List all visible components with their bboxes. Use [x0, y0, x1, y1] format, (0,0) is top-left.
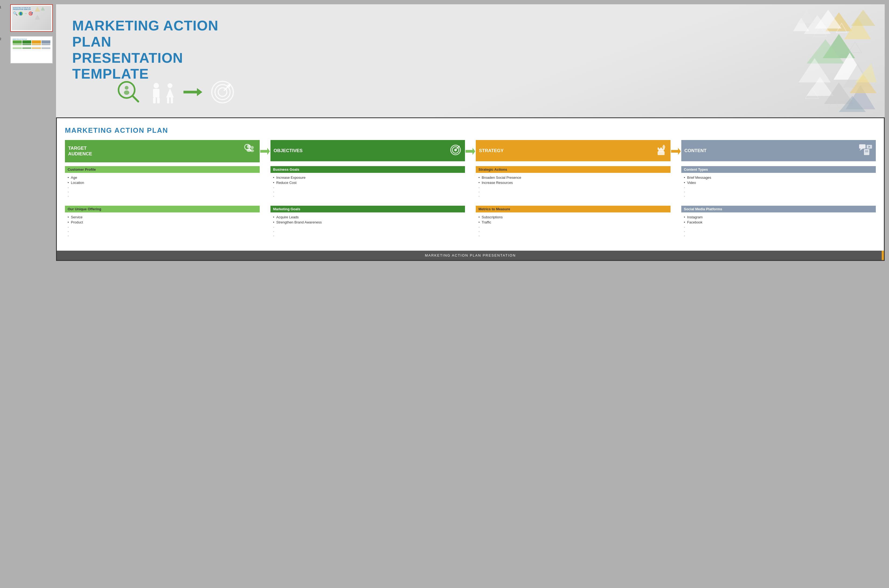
business-goals-content: Increase Exposure Reduce Cost . . . [271, 174, 465, 201]
slide-number-2: 2 [0, 37, 2, 41]
slide-2-map: MARKETING ACTION PLAN TARGETAUDIENCE [56, 117, 885, 261]
svg-marker-22 [828, 99, 839, 108]
svg-point-43 [251, 146, 254, 149]
item-location: Location [68, 180, 257, 185]
content-label: CONTENT [684, 148, 707, 153]
item-empty-17: . [478, 229, 668, 233]
item-empty-6: . [68, 233, 257, 238]
item-instagram: Instagram [684, 214, 873, 220]
objectives-icon [449, 144, 462, 158]
svg-marker-14 [850, 74, 877, 93]
item-empty-4: . [68, 225, 257, 229]
slide-thumbnail-panel: 1 MARKETING ACTION PLANPRESENTATION TEMP… [4, 4, 53, 584]
unique-offering-header: Our Unique Offering [65, 206, 260, 212]
item-empty-8: . [273, 189, 463, 194]
item-service: Service [68, 214, 257, 220]
metrics-header: Metrics to Measure [476, 206, 671, 212]
flow-arrow-illustration [184, 87, 202, 99]
item-empty-3: . [68, 194, 257, 198]
svg-marker-3 [815, 10, 842, 28]
item-empty-14: . [478, 189, 668, 194]
social-media-section: Social Media Platforms Instagram Faceboo… [681, 206, 876, 240]
unique-offering-content: Service Product . . . [65, 213, 260, 240]
footer-accent [882, 250, 884, 260]
svg-rect-34 [171, 98, 173, 104]
marketing-goals-content: Acquire Leads Strengthen Brand Awareness… [271, 213, 465, 240]
svg-point-25 [124, 90, 129, 95]
svg-point-31 [168, 83, 172, 88]
svg-marker-20 [848, 42, 862, 53]
svg-marker-12 [845, 85, 875, 109]
item-acquire-leads: Acquire Leads [273, 214, 463, 220]
strategy-header: STRATEGY [476, 140, 671, 161]
svg-marker-7 [833, 53, 866, 80]
slide-number-1: 1 [0, 5, 2, 9]
svg-marker-21 [805, 88, 819, 99]
item-reduce-cost: Reduce Cost [273, 180, 463, 185]
target-audience-sections: Customer Profile Age Location . . . Our … [65, 166, 260, 245]
item-empty-1: . [68, 185, 257, 189]
item-brief-messages: Brief Messages [684, 175, 873, 180]
svg-marker-17 [799, 10, 815, 23]
target-audience-label: TARGETAUDIENCE [68, 146, 92, 157]
strategy-sections: Strategic Actions Broaden Social Presenc… [476, 166, 671, 245]
slide-1-title: MARKETING ACTION PLAN PRESENTATION TEMPL… [56, 4, 885, 117]
business-goals-section: Business Goals Increase Exposure Reduce … [271, 166, 465, 201]
marketing-goals-header: Marketing Goals [271, 206, 465, 212]
svg-marker-11 [824, 82, 854, 104]
svg-marker-32 [166, 88, 174, 98]
item-strengthen-brand: Strengthen Brand Awareness [273, 220, 463, 225]
target-audience-icon [243, 144, 256, 159]
strategy-label: STRATEGY [479, 148, 504, 153]
thumb2-title: MARKETING ACTION PLAN [13, 39, 50, 40]
svg-marker-4 [804, 15, 831, 34]
svg-rect-28 [153, 89, 159, 98]
arrow-3 [671, 140, 681, 162]
decoration-triangles [726, 10, 877, 112]
svg-point-27 [153, 83, 159, 88]
svg-marker-15 [855, 63, 877, 82]
content-types-content: Brief Messages Video . . . [681, 174, 876, 201]
item-product: Product [68, 220, 257, 225]
item-empty-24: . [684, 233, 873, 238]
item-empty-13: . [478, 185, 668, 189]
item-empty-10: . [273, 225, 463, 229]
magnify-person-icon [115, 79, 142, 106]
item-facebook: Facebook [684, 220, 873, 225]
strategy-icon [655, 144, 667, 158]
item-empty-15: . [478, 194, 668, 198]
slide2-main-title: MARKETING ACTION PLAN [65, 126, 876, 135]
item-empty-19: . [684, 185, 873, 189]
svg-marker-6 [806, 39, 844, 63]
unique-offering-section: Our Unique Offering Service Product . . … [65, 206, 260, 240]
marketing-goals-section: Marketing Goals Acquire Leads Strengthen… [271, 206, 465, 240]
business-goals-header: Business Goals [271, 166, 465, 173]
item-empty-11: . [273, 229, 463, 233]
slide-thumbnail-1[interactable]: MARKETING ACTION PLANPRESENTATION TEMPLA… [10, 4, 53, 32]
item-age: Age [68, 175, 257, 180]
slide-title: MARKETING ACTION PLAN PRESENTATION TEMPL… [72, 18, 261, 82]
svg-rect-56 [657, 147, 659, 150]
svg-marker-5 [823, 34, 855, 58]
strategic-actions-content: Broaden Social Presence Increase Resourc… [476, 174, 671, 201]
header-target-audience: TARGETAUDIENCE [65, 140, 260, 162]
objectives-sections: Business Goals Increase Exposure Reduce … [271, 166, 465, 245]
svg-marker-19 [813, 26, 827, 37]
svg-marker-47 [260, 148, 270, 155]
svg-marker-16 [793, 18, 809, 31]
item-broaden-social: Broaden Social Presence [478, 175, 668, 180]
item-empty-16: . [478, 225, 668, 229]
strategic-actions-header: Strategic Actions [476, 166, 671, 173]
svg-marker-0 [826, 12, 852, 31]
slides-area: MARKETING ACTION PLAN PRESENTATION TEMPL… [56, 4, 885, 584]
item-subscriptions: Subscriptions [478, 214, 668, 220]
arrow-2 [465, 140, 476, 162]
content-types-section: Content Types Brief Messages Video . . . [681, 166, 876, 201]
svg-rect-29 [153, 98, 156, 104]
target-audience-header: TARGETAUDIENCE [65, 140, 260, 162]
customer-profile-header: Customer Profile [65, 166, 260, 173]
item-empty-5: . [68, 229, 257, 233]
slide-thumbnail-2[interactable]: MARKETING ACTION PLAN [10, 36, 53, 63]
svg-marker-35 [184, 88, 202, 96]
item-empty-18: . [478, 233, 668, 238]
